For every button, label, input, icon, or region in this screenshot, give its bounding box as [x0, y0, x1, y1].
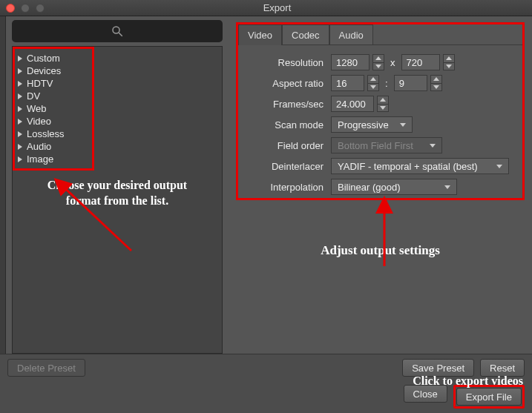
settings-panel: Video Codec Audio Resolution x [229, 16, 532, 354]
aspect-width-input[interactable] [331, 75, 364, 91]
chevron-right-icon [18, 56, 22, 62]
fieldorder-dropdown: Bottom Field First [331, 137, 442, 153]
svg-line-1 [119, 33, 122, 36]
tab-strip-spacer [373, 24, 522, 45]
fieldorder-value: Bottom Field First [338, 140, 413, 151]
dialog-footer: Delete Preset Save Preset Reset Click to… [0, 354, 532, 413]
preset-label: Lossless [27, 128, 65, 139]
video-settings: Resolution x Aspect ratio [238, 45, 522, 204]
fieldorder-label: Field order [246, 140, 331, 151]
left-edge-strip [0, 16, 6, 354]
aspect-height-spinner[interactable] [430, 75, 442, 91]
resolution-label: Resolution [246, 57, 331, 68]
preset-item-dv[interactable]: DV [16, 90, 91, 102]
interpolation-label: Interpolation [246, 182, 331, 193]
chevron-right-icon [18, 68, 22, 74]
delete-preset-button: Delete Preset [7, 359, 85, 377]
scanmode-control: Progressive [331, 116, 515, 133]
preset-label: Audio [27, 141, 51, 152]
interpolation-value: Bilinear (good) [338, 182, 401, 193]
fps-input[interactable] [331, 96, 374, 112]
action-buttons: Close Export File [404, 385, 525, 409]
preset-item-audio[interactable]: Audio [16, 140, 91, 153]
annotation-left-text: Choose your desired output format from t… [13, 171, 222, 217]
tab-codec[interactable]: Codec [282, 24, 329, 45]
dialog-body: Custom Devices HDTV DV Web [0, 16, 532, 354]
preset-search[interactable] [12, 20, 223, 42]
deinterlacer-control: YADIF - temporal + spatial (best) [331, 158, 515, 174]
spinner-down-icon[interactable] [373, 62, 384, 70]
fps-control [331, 96, 515, 112]
chevron-right-icon [18, 106, 22, 112]
spinner-up-icon[interactable] [373, 55, 384, 62]
settings-highlight: Video Codec Audio Resolution x [236, 22, 525, 200]
preset-label: Video [27, 116, 51, 127]
preset-label: Devices [27, 65, 61, 76]
chevron-down-icon [444, 185, 450, 189]
interpolation-control: Bilinear (good) [331, 179, 515, 195]
chevron-right-icon [18, 156, 22, 162]
preset-list-highlight: Custom Devices HDTV DV Web [13, 47, 94, 171]
resolution-width-spinner[interactable] [372, 54, 384, 70]
spinner-down-icon[interactable] [431, 83, 441, 91]
interpolation-dropdown[interactable]: Bilinear (good) [331, 179, 457, 195]
chevron-down-icon [430, 144, 436, 148]
deinterlacer-dropdown[interactable]: YADIF - temporal + spatial (best) [331, 158, 509, 174]
presets-panel: Custom Devices HDTV DV Web [6, 16, 229, 354]
deinterlacer-value: YADIF - temporal + spatial (best) [338, 161, 478, 172]
tab-video[interactable]: Video [238, 24, 282, 45]
aspect-height-input[interactable] [394, 75, 427, 91]
spinner-up-icon[interactable] [368, 76, 378, 83]
scanmode-dropdown[interactable]: Progressive [331, 116, 413, 133]
resolution-width-input[interactable] [331, 54, 370, 70]
annotation-bottom-text: Click to export videos [413, 374, 523, 388]
footer-row-bottom: Close Export File [7, 385, 525, 409]
spinner-up-icon[interactable] [378, 96, 388, 104]
tab-label: Video [248, 30, 272, 41]
scanmode-label: Scan mode [246, 119, 331, 130]
minimize-window-button[interactable] [21, 4, 30, 13]
aspect-separator: : [382, 78, 391, 89]
aspect-control: : [331, 75, 515, 91]
chevron-right-icon [18, 144, 22, 150]
export-highlight: Export File [453, 385, 525, 409]
export-file-button[interactable]: Export File [456, 388, 522, 406]
chevron-down-icon [496, 165, 502, 168]
preset-item-lossless[interactable]: Lossless [16, 128, 91, 140]
maximize-window-button[interactable] [36, 4, 45, 13]
close-window-button[interactable] [6, 4, 15, 13]
spinner-up-icon[interactable] [444, 55, 454, 62]
scanmode-value: Progressive [338, 119, 389, 130]
tabs: Video Codec Audio [238, 24, 522, 45]
spinner-down-icon[interactable] [444, 62, 454, 70]
fieldorder-control: Bottom Field First [331, 137, 515, 153]
spinner-down-icon[interactable] [378, 104, 388, 112]
preset-label: DV [27, 90, 40, 102]
preset-item-hdtv[interactable]: HDTV [16, 77, 91, 90]
chevron-right-icon [18, 93, 22, 99]
deinterlacer-label: Deinterlacer [246, 161, 331, 172]
preset-item-video[interactable]: Video [16, 115, 91, 128]
chevron-right-icon [18, 131, 22, 137]
annotation-arrow-right [340, 196, 429, 270]
resolution-control: x [331, 54, 515, 70]
chevron-right-icon [18, 81, 22, 87]
preset-label: HDTV [27, 78, 53, 89]
aspect-label: Aspect ratio [246, 78, 331, 89]
tab-audio[interactable]: Audio [329, 24, 373, 45]
aspect-width-spinner[interactable] [367, 75, 379, 91]
resolution-height-spinner[interactable] [443, 54, 455, 70]
spinner-down-icon[interactable] [368, 83, 378, 91]
preset-item-custom[interactable]: Custom [16, 52, 91, 65]
spinner-up-icon[interactable] [431, 76, 441, 83]
tab-label: Codec [292, 30, 320, 41]
window-title: Export [45, 2, 510, 13]
preset-item-web[interactable]: Web [16, 102, 91, 115]
preset-list: Custom Devices HDTV DV Web [12, 46, 223, 354]
resolution-height-input[interactable] [401, 54, 440, 70]
preset-item-image[interactable]: Image [16, 153, 91, 165]
resolution-separator: x [387, 57, 398, 68]
preset-item-devices[interactable]: Devices [16, 65, 91, 77]
title-bar: Export [0, 0, 532, 16]
fps-spinner[interactable] [377, 96, 389, 112]
